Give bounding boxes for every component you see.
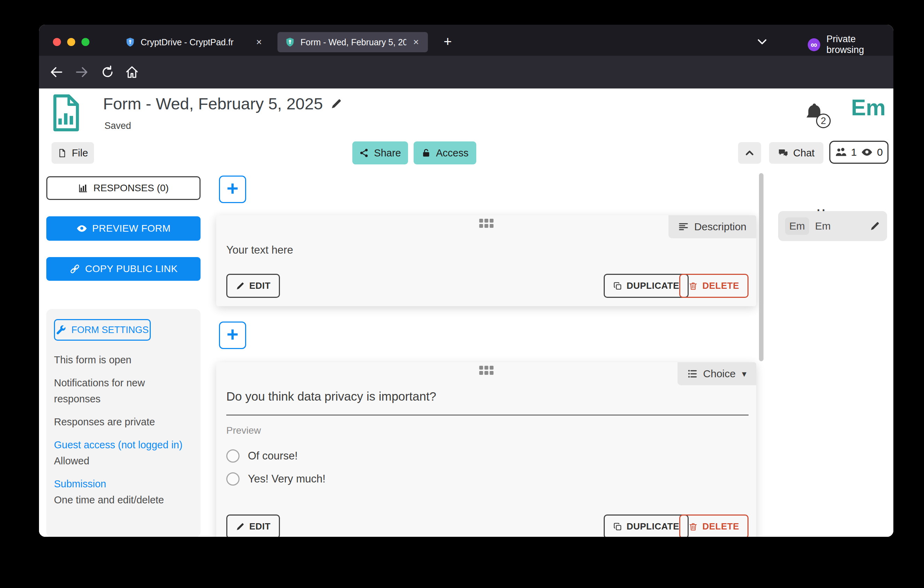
chat-bubbles-icon [778, 148, 788, 158]
user-avatar-chip: Em [785, 217, 809, 235]
preview-form-label: PREVIEW FORM [92, 223, 171, 234]
window-close-button[interactable] [53, 38, 61, 46]
form-settings-label: FORM SETTINGS [71, 325, 148, 335]
file-menu-button[interactable]: File [51, 142, 94, 164]
back-button[interactable] [50, 65, 63, 79]
tab-cryptdrive[interactable]: CryptDrive - CryptPad.fr × [118, 32, 271, 52]
preview-label: Preview [226, 425, 261, 436]
trash-icon [689, 281, 698, 291]
rename-pencil-icon[interactable] [330, 98, 342, 110]
file-doc-icon [58, 149, 67, 158]
browser-window: CryptDrive - CryptPad.fr × Form - Wed, F… [39, 25, 893, 537]
notification-count-badge[interactable]: 2 [816, 114, 831, 128]
question-text[interactable]: Do you think data privacy is important? [226, 390, 436, 403]
form-settings-button[interactable]: FORM SETTINGS [54, 319, 151, 341]
submission-value: One time and edit/delete [54, 492, 193, 508]
tab-form-active[interactable]: Form - Wed, February 5, 2025 × [277, 32, 428, 52]
preview-form-button[interactable]: PREVIEW FORM [46, 216, 201, 241]
choice-block: Choice ▾ Do you think data privacy is im… [216, 362, 756, 537]
option-label: Yes! Very much! [248, 473, 325, 485]
question-underline [226, 415, 749, 416]
block-actions: EDIT DUPLICATE DELETE [226, 274, 749, 298]
notifications-bell[interactable]: 2 [804, 102, 828, 126]
form-settings-panel: FORM SETTINGS This form is open Notifica… [46, 309, 201, 537]
tab-close-icon[interactable]: × [255, 36, 263, 48]
radio-button[interactable] [226, 449, 239, 462]
user-name: Em [815, 220, 864, 232]
window-minimize-button[interactable] [67, 38, 75, 46]
block-type-description[interactable]: Description [668, 215, 756, 238]
tab-close-icon[interactable]: × [412, 36, 420, 48]
forward-button[interactable] [75, 65, 89, 79]
share-button[interactable]: Share [352, 141, 408, 164]
private-browsing-mask-icon: ∞ [808, 38, 820, 51]
cryptpad-app-area: Form - Wed, February 5, 2025 Saved 2 Em … [39, 89, 893, 537]
submission-link[interactable]: Submission [54, 476, 193, 492]
window-zoom-button[interactable] [81, 38, 89, 46]
editors-people-icon [835, 146, 847, 158]
editors-count: 1 [851, 146, 857, 158]
form-settings-summary: This form is open Notifications for new … [54, 352, 193, 508]
user-avatar-text[interactable]: Em [851, 95, 886, 121]
drag-handle-icon[interactable] [479, 219, 493, 228]
drag-handle-icon[interactable] [479, 366, 493, 375]
option-label: Of course! [248, 450, 298, 462]
delete-label: DELETE [702, 281, 739, 291]
reload-button[interactable] [101, 65, 115, 79]
tab-list-chevron-icon[interactable] [753, 35, 771, 49]
home-button[interactable] [125, 65, 139, 79]
user-list-item: Em Em [778, 211, 887, 241]
file-label: File [72, 147, 88, 159]
duplicate-copy-icon [613, 522, 622, 531]
block-type-label: Choice [703, 368, 736, 380]
choice-option: Yes! Very much! [226, 472, 325, 486]
private-browsing-badge: ∞ Private browsing [808, 34, 893, 55]
add-block-button[interactable]: + [219, 175, 246, 203]
chat-button[interactable]: Chat [769, 142, 823, 164]
choice-option: Of course! [226, 449, 298, 462]
align-left-icon [678, 221, 689, 232]
edit-button[interactable]: EDIT [226, 514, 280, 537]
collapse-toolbar-button[interactable] [738, 142, 761, 164]
delete-button[interactable]: DELETE [679, 274, 749, 298]
viewers-eye-icon [861, 146, 873, 158]
block-type-choice[interactable]: Choice ▾ [678, 362, 756, 385]
cryptpad-form-shield-icon [285, 37, 295, 47]
private-browsing-label: Private browsing [827, 34, 893, 55]
access-label: Access [436, 147, 468, 159]
copy-public-link-button[interactable]: COPY PUBLIC LINK [46, 257, 201, 281]
share-icon [359, 148, 369, 158]
caret-down-icon: ▾ [742, 368, 746, 379]
setting-private: Responses are private [54, 414, 193, 430]
chevron-up-icon [744, 148, 755, 158]
block-type-label: Description [694, 221, 746, 233]
chat-label: Chat [793, 147, 814, 159]
responses-button[interactable]: RESPONSES (0) [46, 176, 201, 200]
duplicate-button[interactable]: DUPLICATE [604, 514, 689, 537]
duplicate-label: DUPLICATE [627, 281, 679, 291]
responses-label: RESPONSES (0) [93, 183, 168, 194]
save-status: Saved [104, 121, 131, 131]
access-button[interactable]: Access [414, 141, 476, 164]
duplicate-button[interactable]: DUPLICATE [604, 274, 689, 298]
edit-name-pencil-icon[interactable] [870, 221, 880, 231]
edit-pencil-icon [236, 281, 245, 291]
radio-button[interactable] [226, 472, 239, 486]
edit-button[interactable]: EDIT [226, 274, 280, 298]
list-icon [687, 368, 698, 379]
share-label: Share [374, 147, 401, 159]
wrench-icon [56, 325, 66, 335]
document-title: Form - Wed, February 5, 2025 [103, 94, 342, 113]
setting-open: This form is open [54, 352, 193, 368]
delete-label: DELETE [702, 521, 739, 532]
edit-label: EDIT [249, 521, 271, 532]
viewers-count: 0 [877, 146, 883, 158]
vertical-scrollbar[interactable] [759, 173, 764, 361]
delete-button[interactable]: DELETE [679, 514, 749, 537]
guest-access-link[interactable]: Guest access (not logged in) [54, 437, 193, 453]
access-lock-icon [421, 148, 431, 158]
duplicate-label: DUPLICATE [627, 521, 679, 532]
presence-counter[interactable]: 1 0 [829, 141, 888, 164]
add-block-button[interactable]: + [219, 322, 246, 349]
new-tab-button[interactable]: + [439, 33, 457, 51]
